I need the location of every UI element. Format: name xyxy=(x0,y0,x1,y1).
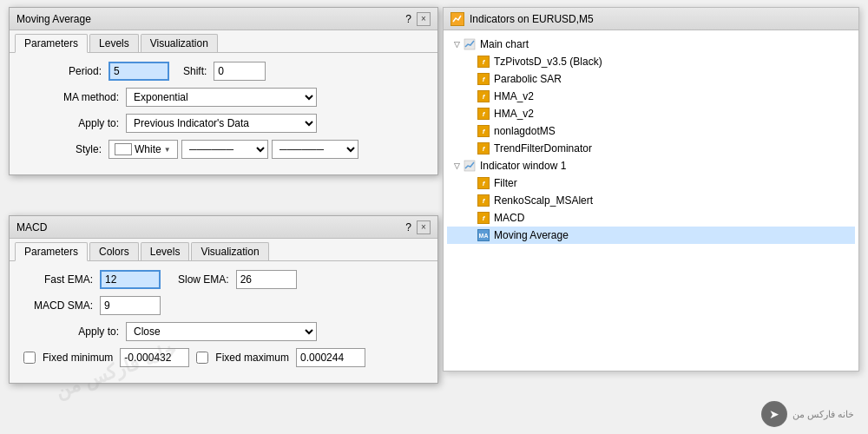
macd-apply-label: Apply to: xyxy=(23,326,119,338)
ma-tabs: Parameters Levels Visualization xyxy=(10,30,437,53)
main-chart-expand[interactable]: ▽ xyxy=(450,38,463,50)
ma-color-label: White xyxy=(135,143,161,155)
moving-average-icon: MA xyxy=(477,228,490,242)
ma-help-button[interactable]: ? xyxy=(405,13,411,25)
macd-fast-input[interactable] xyxy=(100,270,161,289)
hmav2-2-icon: f xyxy=(477,107,490,121)
tree-item-parabolicsar[interactable]: ▷ f Parabolic SAR xyxy=(447,70,855,88)
parabolicsar-label: Parabolic SAR xyxy=(494,73,562,85)
macd-tab-visualization[interactable]: Visualization xyxy=(191,242,268,260)
window1-icon xyxy=(463,159,477,173)
ma-period-label: Period: xyxy=(23,65,102,77)
window1-expand[interactable]: ▽ xyxy=(450,160,463,172)
tree-item-moving-average[interactable]: ▷ MA Moving Average xyxy=(447,227,855,244)
ma-tab-parameters[interactable]: Parameters xyxy=(15,34,88,53)
filter-icon: f xyxy=(477,176,490,190)
tree-item-hmav2-1[interactable]: ▷ f HMA_v2 xyxy=(447,88,855,105)
ma-line-select2[interactable]: ────── - - - - xyxy=(272,140,358,159)
macd-tabs: Parameters Colors Levels Visualization xyxy=(10,239,437,261)
filter-label: Filter xyxy=(494,177,517,189)
tree-item-trendfilter[interactable]: ▷ f TrendFilterDominator xyxy=(447,140,855,157)
ma-title: Moving Average xyxy=(16,13,91,25)
nonlagdot-label: nonlagdotMS xyxy=(494,125,556,137)
macd-tree-label: MACD xyxy=(494,212,524,224)
macd-sma-label: MACD SMA: xyxy=(23,299,93,312)
ma-shift-label: Shift: xyxy=(183,65,207,77)
macd-help-button[interactable]: ? xyxy=(405,221,411,233)
macd-dialog: MACD ? × Parameters Colors Levels Visual… xyxy=(9,215,438,384)
ma-tab-visualization[interactable]: Visualization xyxy=(141,34,218,52)
indicators-titlebar: Indicators on EURUSD,M5 xyxy=(444,8,858,30)
hmav2-1-icon: f xyxy=(477,89,490,103)
ma-line-select1[interactable]: ────── - - - - ......... xyxy=(181,140,268,159)
parabolicsar-icon: f xyxy=(477,72,490,86)
hmav2-1-label: HMA_v2 xyxy=(494,90,534,102)
tree-item-hmav2-2[interactable]: ▷ f HMA_v2 xyxy=(447,105,855,122)
moving-average-tree-label: Moving Average xyxy=(494,229,569,241)
tree-indicator-window1[interactable]: ▽ Indicator window 1 xyxy=(447,157,855,174)
macd-fixedmin-input[interactable] xyxy=(120,348,189,367)
tzpivots-label: TzPivotsD_v3.5 (Black) xyxy=(494,56,602,68)
tree-item-nonlagdot[interactable]: ▷ f nonlagdotMS xyxy=(447,122,855,140)
main-chart-label: Main chart xyxy=(480,38,529,50)
renkoscalp-icon: f xyxy=(477,194,490,207)
renkoscalp-label: RenkoScalp_MSAlert xyxy=(494,194,593,207)
macd-apply-row: Apply to: Close Open High Low xyxy=(23,322,424,341)
macd-fixedmax-input[interactable] xyxy=(296,348,365,367)
logo-text: خانه فارکس من xyxy=(792,408,854,420)
macd-tab-parameters[interactable]: Parameters xyxy=(15,242,88,261)
nonlagdot-icon: f xyxy=(477,124,490,138)
macd-titlebar-right: ? × xyxy=(405,220,431,234)
ma-close-button[interactable]: × xyxy=(417,12,431,26)
ma-content: Period: Shift: MA method: Exponential Si… xyxy=(10,53,437,174)
ma-method-select[interactable]: Exponential Simple Smoothed Linear weigh… xyxy=(126,88,317,107)
macd-slow-input[interactable] xyxy=(236,270,297,289)
macd-title: MACD xyxy=(16,221,47,233)
indicators-panel: Indicators on EURUSD,M5 ▽ Main chart ▷ f… xyxy=(443,7,859,372)
macd-apply-select[interactable]: Close Open High Low xyxy=(126,322,317,341)
trendfilter-icon: f xyxy=(477,141,490,155)
tzpivots-icon: f xyxy=(477,55,490,69)
main-chart-icon xyxy=(463,37,477,51)
ma-style-row: Style: White ▼ ────── - - - - ......... … xyxy=(23,140,424,159)
ma-apply-row: Apply to: Previous Indicator's Data Clos… xyxy=(23,114,424,133)
macd-sma-input[interactable] xyxy=(100,296,161,315)
tree-item-filter[interactable]: ▷ f Filter xyxy=(447,174,855,192)
tree-item-macd[interactable]: ▷ f MACD xyxy=(447,209,855,227)
ma-titlebar-right: ? × xyxy=(405,12,431,26)
macd-titlebar: MACD ? × xyxy=(10,216,437,239)
ma-period-input[interactable] xyxy=(108,62,169,81)
moving-average-dialog: Moving Average ? × Parameters Levels Vis… xyxy=(9,7,438,175)
macd-content: Fast EMA: Slow EMA: MACD SMA: Apply to: … xyxy=(10,261,437,383)
macd-tab-colors[interactable]: Colors xyxy=(89,242,139,260)
ma-method-label: MA method: xyxy=(23,91,119,103)
ma-color-button[interactable]: White ▼ xyxy=(108,140,178,159)
logo-icon: ➤ xyxy=(761,401,787,427)
macd-fixedmax-checkbox[interactable] xyxy=(196,352,208,364)
indicators-panel-title: Indicators on EURUSD,M5 xyxy=(470,13,594,25)
bottom-logo: ➤ خانه فارکس من xyxy=(761,401,854,427)
macd-tab-levels[interactable]: Levels xyxy=(141,242,190,260)
macd-fixedmin-checkbox[interactable] xyxy=(23,352,36,364)
macd-fixedmax-label: Fixed maximum xyxy=(215,352,289,364)
ma-color-arrow: ▼ xyxy=(164,146,171,154)
window1-label: Indicator window 1 xyxy=(480,160,566,172)
ma-style-label: Style: xyxy=(23,143,102,155)
indicators-tree: ▽ Main chart ▷ f TzPivotsD_v3.5 (Black) … xyxy=(444,30,858,371)
ma-apply-label: Apply to: xyxy=(23,117,119,129)
trendfilter-label: TrendFilterDominator xyxy=(494,142,592,155)
macd-icon: f xyxy=(477,211,490,225)
ma-shift-input[interactable] xyxy=(214,62,266,81)
ma-titlebar: Moving Average ? × xyxy=(10,8,437,30)
ma-tab-levels[interactable]: Levels xyxy=(89,34,139,52)
macd-slow-label: Slow EMA: xyxy=(178,273,229,286)
ma-period-row: Period: Shift: xyxy=(23,62,424,81)
macd-fast-label: Fast EMA: xyxy=(23,273,93,286)
hmav2-2-label: HMA_v2 xyxy=(494,108,534,120)
tree-item-tzpivots[interactable]: ▷ f TzPivotsD_v3.5 (Black) xyxy=(447,53,855,70)
macd-close-button[interactable]: × xyxy=(417,220,431,234)
macd-minmax-row: Fixed minimum Fixed maximum xyxy=(23,348,424,367)
tree-main-chart[interactable]: ▽ Main chart xyxy=(447,36,855,53)
tree-item-renkoscalp[interactable]: ▷ f RenkoScalp_MSAlert xyxy=(447,192,855,209)
ma-apply-select[interactable]: Previous Indicator's Data Close Open Hig… xyxy=(126,114,317,133)
